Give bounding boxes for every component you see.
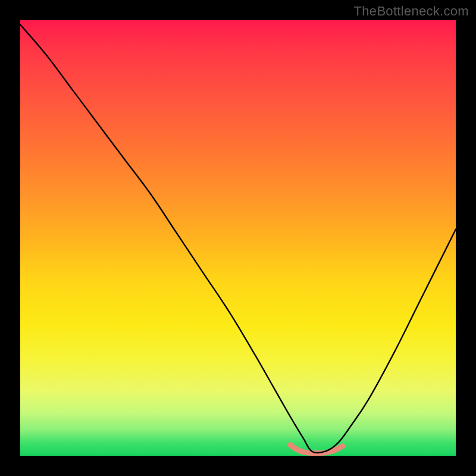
curve-layer bbox=[20, 20, 456, 456]
curve-main-path bbox=[20, 24, 456, 453]
watermark-text: TheBottleneck.com bbox=[354, 4, 469, 19]
chart-stage: TheBottleneck.com bbox=[0, 0, 476, 476]
plot-area bbox=[20, 20, 456, 456]
